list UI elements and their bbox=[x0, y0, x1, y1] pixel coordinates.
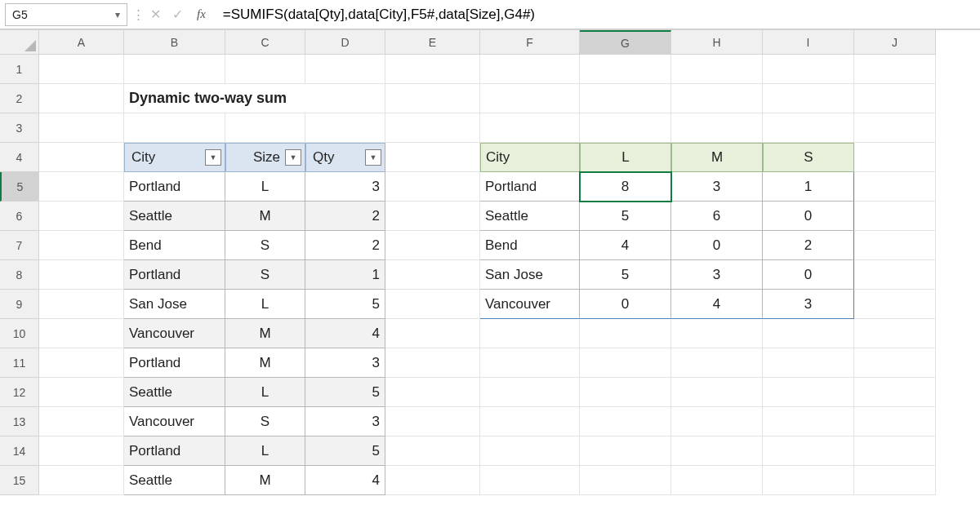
cell[interactable] bbox=[385, 290, 480, 319]
summary-header-size[interactable]: M bbox=[671, 143, 763, 172]
col-header[interactable]: A bbox=[39, 30, 124, 55]
summary-value[interactable]: 2 bbox=[763, 231, 854, 260]
table-row[interactable]: 5 bbox=[305, 290, 385, 319]
cell[interactable] bbox=[39, 172, 124, 202]
summary-value[interactable]: 0 bbox=[763, 202, 854, 231]
summary-city[interactable]: Vancouver bbox=[480, 290, 580, 319]
row-header[interactable]: 4 bbox=[0, 143, 39, 172]
table-header-qty[interactable]: Qty▼ bbox=[305, 143, 385, 172]
table-row[interactable]: Portland bbox=[124, 172, 225, 202]
cell[interactable] bbox=[385, 172, 480, 202]
col-header[interactable]: G bbox=[580, 30, 671, 55]
table-row[interactable]: 4 bbox=[305, 319, 385, 348]
table-row[interactable]: M bbox=[225, 348, 305, 378]
summary-city[interactable]: San Jose bbox=[480, 260, 580, 290]
cell[interactable] bbox=[385, 202, 480, 231]
cell[interactable] bbox=[671, 378, 763, 407]
row-header[interactable]: 5 bbox=[0, 172, 39, 202]
cell[interactable] bbox=[580, 378, 671, 407]
select-all-corner[interactable] bbox=[0, 30, 39, 55]
cell[interactable] bbox=[39, 231, 124, 260]
summary-value[interactable]: 3 bbox=[671, 260, 763, 290]
row-header[interactable]: 15 bbox=[0, 466, 39, 495]
cell[interactable] bbox=[580, 407, 671, 436]
cell[interactable] bbox=[39, 202, 124, 231]
cell[interactable] bbox=[854, 319, 936, 348]
cell[interactable] bbox=[671, 55, 763, 84]
col-header[interactable]: D bbox=[305, 30, 385, 55]
cell[interactable] bbox=[480, 55, 580, 84]
summary-value[interactable]: 4 bbox=[671, 290, 763, 319]
cell[interactable] bbox=[480, 84, 580, 113]
summary-value[interactable]: 5 bbox=[580, 202, 671, 231]
table-row[interactable]: 3 bbox=[305, 407, 385, 436]
table-header-size[interactable]: Size▼ bbox=[225, 143, 305, 172]
cell[interactable] bbox=[580, 348, 671, 378]
table-row[interactable]: 1 bbox=[305, 260, 385, 290]
cell[interactable] bbox=[854, 172, 936, 202]
cell[interactable] bbox=[854, 231, 936, 260]
table-row[interactable]: 5 bbox=[305, 436, 385, 466]
accept-icon[interactable]: ✓ bbox=[172, 7, 183, 22]
summary-value[interactable]: 0 bbox=[671, 231, 763, 260]
cell[interactable] bbox=[671, 84, 763, 113]
summary-value[interactable]: 0 bbox=[580, 290, 671, 319]
table-row[interactable]: 2 bbox=[305, 202, 385, 231]
summary-value[interactable]: 3 bbox=[763, 290, 854, 319]
row-header[interactable]: 7 bbox=[0, 231, 39, 260]
summary-value[interactable]: 1 bbox=[763, 172, 854, 202]
cell[interactable] bbox=[854, 260, 936, 290]
cell[interactable] bbox=[763, 113, 854, 143]
table-row[interactable]: L bbox=[225, 172, 305, 202]
col-header[interactable]: C bbox=[225, 30, 305, 55]
cell[interactable] bbox=[854, 407, 936, 436]
cell[interactable] bbox=[854, 378, 936, 407]
table-row[interactable]: 3 bbox=[305, 348, 385, 378]
table-row[interactable]: Bend bbox=[124, 231, 225, 260]
table-row[interactable]: Seattle bbox=[124, 466, 225, 495]
table-row[interactable]: Vancouver bbox=[124, 407, 225, 436]
cell[interactable] bbox=[854, 436, 936, 466]
cell[interactable] bbox=[763, 436, 854, 466]
cell[interactable] bbox=[39, 143, 124, 172]
summary-header-size[interactable]: S bbox=[763, 143, 854, 172]
row-header[interactable]: 12 bbox=[0, 378, 39, 407]
cell[interactable] bbox=[124, 55, 225, 84]
cell[interactable] bbox=[763, 84, 854, 113]
cell[interactable] bbox=[854, 143, 936, 172]
cell[interactable] bbox=[854, 290, 936, 319]
spreadsheet-grid[interactable]: A B C D E F G H I J 1 2 Dynamic two-way … bbox=[0, 29, 980, 495]
row-header[interactable]: 11 bbox=[0, 348, 39, 378]
cell[interactable] bbox=[480, 436, 580, 466]
name-box[interactable]: G5 ▾ bbox=[5, 3, 127, 26]
cell[interactable] bbox=[39, 290, 124, 319]
table-row[interactable]: L bbox=[225, 290, 305, 319]
cell[interactable] bbox=[480, 466, 580, 495]
cell[interactable] bbox=[580, 319, 671, 348]
table-row[interactable]: 3 bbox=[305, 172, 385, 202]
summary-city[interactable]: Seattle bbox=[480, 202, 580, 231]
table-row[interactable]: M bbox=[225, 466, 305, 495]
cancel-icon[interactable]: ✕ bbox=[150, 7, 161, 22]
cell[interactable] bbox=[671, 319, 763, 348]
cell[interactable] bbox=[480, 319, 580, 348]
row-header[interactable]: 6 bbox=[0, 202, 39, 231]
table-row[interactable]: Seattle bbox=[124, 378, 225, 407]
cell[interactable] bbox=[763, 407, 854, 436]
cell[interactable] bbox=[39, 407, 124, 436]
row-header[interactable]: 10 bbox=[0, 319, 39, 348]
cell[interactable] bbox=[854, 55, 936, 84]
summary-value[interactable]: 4 bbox=[580, 231, 671, 260]
cell[interactable] bbox=[480, 378, 580, 407]
col-header[interactable]: H bbox=[671, 30, 763, 55]
cell[interactable] bbox=[39, 260, 124, 290]
cell[interactable] bbox=[39, 378, 124, 407]
cell[interactable] bbox=[580, 466, 671, 495]
cell[interactable] bbox=[39, 113, 124, 143]
cell[interactable] bbox=[480, 113, 580, 143]
row-header[interactable]: 13 bbox=[0, 407, 39, 436]
fx-icon[interactable]: fx bbox=[194, 7, 208, 22]
cell[interactable] bbox=[763, 378, 854, 407]
summary-value[interactable]: 0 bbox=[763, 260, 854, 290]
cell[interactable] bbox=[854, 466, 936, 495]
